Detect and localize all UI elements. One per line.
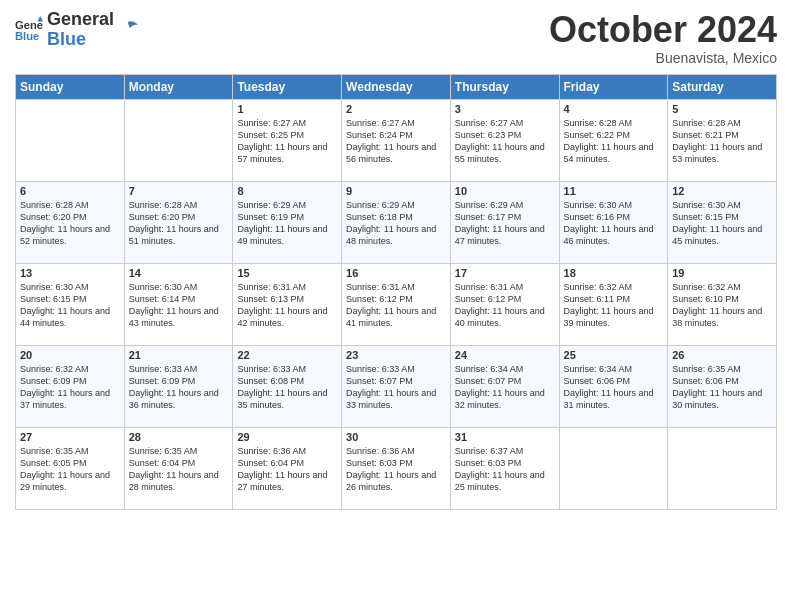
day-number: 23 <box>346 349 446 361</box>
calendar-cell: 19Sunrise: 6:32 AMSunset: 6:10 PMDayligh… <box>668 263 777 345</box>
day-number: 19 <box>672 267 772 279</box>
day-header-tuesday: Tuesday <box>233 74 342 99</box>
day-number: 21 <box>129 349 229 361</box>
calendar-header-row: SundayMondayTuesdayWednesdayThursdayFrid… <box>16 74 777 99</box>
day-info: Sunrise: 6:30 AMSunset: 6:15 PMDaylight:… <box>672 199 772 248</box>
calendar-cell: 24Sunrise: 6:34 AMSunset: 6:07 PMDayligh… <box>450 345 559 427</box>
day-info: Sunrise: 6:35 AMSunset: 6:05 PMDaylight:… <box>20 445 120 494</box>
day-info: Sunrise: 6:28 AMSunset: 6:22 PMDaylight:… <box>564 117 664 166</box>
day-number: 7 <box>129 185 229 197</box>
day-info: Sunrise: 6:34 AMSunset: 6:07 PMDaylight:… <box>455 363 555 412</box>
day-info: Sunrise: 6:31 AMSunset: 6:12 PMDaylight:… <box>346 281 446 330</box>
day-header-wednesday: Wednesday <box>342 74 451 99</box>
calendar-cell: 28Sunrise: 6:35 AMSunset: 6:04 PMDayligh… <box>124 427 233 509</box>
logo: General Blue General Blue <box>15 10 138 50</box>
calendar-cell: 3Sunrise: 6:27 AMSunset: 6:23 PMDaylight… <box>450 99 559 181</box>
day-info: Sunrise: 6:31 AMSunset: 6:12 PMDaylight:… <box>455 281 555 330</box>
calendar-cell <box>124 99 233 181</box>
day-info: Sunrise: 6:29 AMSunset: 6:17 PMDaylight:… <box>455 199 555 248</box>
header: General Blue General Blue October 2024 B… <box>15 10 777 66</box>
day-header-friday: Friday <box>559 74 668 99</box>
day-number: 1 <box>237 103 337 115</box>
day-number: 30 <box>346 431 446 443</box>
day-info: Sunrise: 6:27 AMSunset: 6:24 PMDaylight:… <box>346 117 446 166</box>
calendar-cell: 31Sunrise: 6:37 AMSunset: 6:03 PMDayligh… <box>450 427 559 509</box>
day-number: 25 <box>564 349 664 361</box>
calendar-cell: 13Sunrise: 6:30 AMSunset: 6:15 PMDayligh… <box>16 263 125 345</box>
day-number: 27 <box>20 431 120 443</box>
location-subtitle: Buenavista, Mexico <box>549 50 777 66</box>
day-header-sunday: Sunday <box>16 74 125 99</box>
day-number: 24 <box>455 349 555 361</box>
calendar-week-row: 6Sunrise: 6:28 AMSunset: 6:20 PMDaylight… <box>16 181 777 263</box>
calendar-cell: 9Sunrise: 6:29 AMSunset: 6:18 PMDaylight… <box>342 181 451 263</box>
day-header-thursday: Thursday <box>450 74 559 99</box>
day-info: Sunrise: 6:33 AMSunset: 6:09 PMDaylight:… <box>129 363 229 412</box>
day-number: 17 <box>455 267 555 279</box>
day-info: Sunrise: 6:32 AMSunset: 6:10 PMDaylight:… <box>672 281 772 330</box>
calendar-cell: 2Sunrise: 6:27 AMSunset: 6:24 PMDaylight… <box>342 99 451 181</box>
calendar-cell: 17Sunrise: 6:31 AMSunset: 6:12 PMDayligh… <box>450 263 559 345</box>
day-info: Sunrise: 6:29 AMSunset: 6:18 PMDaylight:… <box>346 199 446 248</box>
day-info: Sunrise: 6:28 AMSunset: 6:20 PMDaylight:… <box>129 199 229 248</box>
day-number: 29 <box>237 431 337 443</box>
day-info: Sunrise: 6:34 AMSunset: 6:06 PMDaylight:… <box>564 363 664 412</box>
day-number: 4 <box>564 103 664 115</box>
calendar-table: SundayMondayTuesdayWednesdayThursdayFrid… <box>15 74 777 510</box>
day-info: Sunrise: 6:29 AMSunset: 6:19 PMDaylight:… <box>237 199 337 248</box>
calendar-cell <box>668 427 777 509</box>
calendar-cell: 7Sunrise: 6:28 AMSunset: 6:20 PMDaylight… <box>124 181 233 263</box>
day-info: Sunrise: 6:35 AMSunset: 6:06 PMDaylight:… <box>672 363 772 412</box>
logo-text-general: General <box>47 10 114 30</box>
day-number: 22 <box>237 349 337 361</box>
calendar-cell: 6Sunrise: 6:28 AMSunset: 6:20 PMDaylight… <box>16 181 125 263</box>
day-info: Sunrise: 6:32 AMSunset: 6:09 PMDaylight:… <box>20 363 120 412</box>
calendar-cell: 5Sunrise: 6:28 AMSunset: 6:21 PMDaylight… <box>668 99 777 181</box>
logo-bird-icon <box>118 20 138 40</box>
calendar-cell: 29Sunrise: 6:36 AMSunset: 6:04 PMDayligh… <box>233 427 342 509</box>
day-number: 18 <box>564 267 664 279</box>
calendar-cell: 12Sunrise: 6:30 AMSunset: 6:15 PMDayligh… <box>668 181 777 263</box>
title-block: October 2024 Buenavista, Mexico <box>549 10 777 66</box>
day-info: Sunrise: 6:27 AMSunset: 6:25 PMDaylight:… <box>237 117 337 166</box>
logo-text-blue: Blue <box>47 30 114 50</box>
day-number: 6 <box>20 185 120 197</box>
calendar-cell: 30Sunrise: 6:36 AMSunset: 6:03 PMDayligh… <box>342 427 451 509</box>
day-number: 14 <box>129 267 229 279</box>
day-info: Sunrise: 6:33 AMSunset: 6:08 PMDaylight:… <box>237 363 337 412</box>
day-number: 12 <box>672 185 772 197</box>
calendar-week-row: 1Sunrise: 6:27 AMSunset: 6:25 PMDaylight… <box>16 99 777 181</box>
day-number: 26 <box>672 349 772 361</box>
page-container: General Blue General Blue October 2024 B… <box>0 0 792 520</box>
day-info: Sunrise: 6:32 AMSunset: 6:11 PMDaylight:… <box>564 281 664 330</box>
day-number: 5 <box>672 103 772 115</box>
day-info: Sunrise: 6:30 AMSunset: 6:16 PMDaylight:… <box>564 199 664 248</box>
calendar-cell: 18Sunrise: 6:32 AMSunset: 6:11 PMDayligh… <box>559 263 668 345</box>
day-number: 9 <box>346 185 446 197</box>
calendar-cell: 27Sunrise: 6:35 AMSunset: 6:05 PMDayligh… <box>16 427 125 509</box>
day-info: Sunrise: 6:30 AMSunset: 6:14 PMDaylight:… <box>129 281 229 330</box>
day-info: Sunrise: 6:37 AMSunset: 6:03 PMDaylight:… <box>455 445 555 494</box>
day-info: Sunrise: 6:33 AMSunset: 6:07 PMDaylight:… <box>346 363 446 412</box>
calendar-cell: 23Sunrise: 6:33 AMSunset: 6:07 PMDayligh… <box>342 345 451 427</box>
day-header-saturday: Saturday <box>668 74 777 99</box>
day-number: 3 <box>455 103 555 115</box>
day-number: 20 <box>20 349 120 361</box>
calendar-cell: 21Sunrise: 6:33 AMSunset: 6:09 PMDayligh… <box>124 345 233 427</box>
day-info: Sunrise: 6:31 AMSunset: 6:13 PMDaylight:… <box>237 281 337 330</box>
day-info: Sunrise: 6:35 AMSunset: 6:04 PMDaylight:… <box>129 445 229 494</box>
calendar-week-row: 27Sunrise: 6:35 AMSunset: 6:05 PMDayligh… <box>16 427 777 509</box>
month-title: October 2024 <box>549 10 777 50</box>
day-number: 28 <box>129 431 229 443</box>
day-header-monday: Monday <box>124 74 233 99</box>
calendar-cell: 15Sunrise: 6:31 AMSunset: 6:13 PMDayligh… <box>233 263 342 345</box>
calendar-week-row: 20Sunrise: 6:32 AMSunset: 6:09 PMDayligh… <box>16 345 777 427</box>
calendar-cell: 11Sunrise: 6:30 AMSunset: 6:16 PMDayligh… <box>559 181 668 263</box>
day-number: 2 <box>346 103 446 115</box>
calendar-cell <box>16 99 125 181</box>
day-number: 11 <box>564 185 664 197</box>
calendar-cell: 20Sunrise: 6:32 AMSunset: 6:09 PMDayligh… <box>16 345 125 427</box>
day-info: Sunrise: 6:30 AMSunset: 6:15 PMDaylight:… <box>20 281 120 330</box>
day-number: 15 <box>237 267 337 279</box>
calendar-cell: 10Sunrise: 6:29 AMSunset: 6:17 PMDayligh… <box>450 181 559 263</box>
